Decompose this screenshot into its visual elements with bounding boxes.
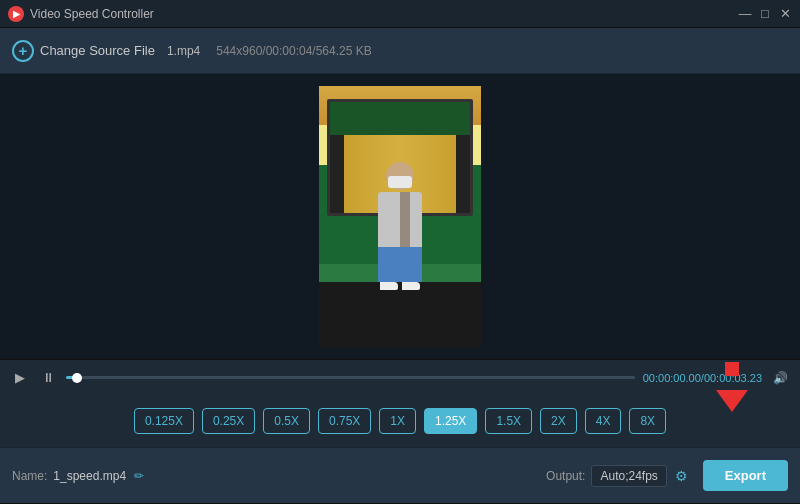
change-source-label: Change Source File	[40, 43, 155, 58]
title-bar-left: ▶ Video Speed Controller	[8, 6, 154, 22]
speed-1-button[interactable]: 1X	[379, 408, 416, 434]
play-button[interactable]: ▶	[10, 368, 30, 388]
file-meta: 544x960/00:00:04/564.25 KB	[216, 44, 371, 58]
speed-15-button[interactable]: 1.5X	[485, 408, 532, 434]
speed-8-button[interactable]: 8X	[629, 408, 666, 434]
speed-05-button[interactable]: 0.5X	[263, 408, 310, 434]
person-figure	[370, 162, 430, 282]
speed-2-button[interactable]: 2X	[540, 408, 577, 434]
volume-icon[interactable]: 🔊	[770, 368, 790, 388]
arrow-down	[716, 390, 748, 412]
bottom-bar: Name: 1_speed.mp4 ✏ Output: Auto;24fps ⚙…	[0, 447, 800, 503]
output-dropdown[interactable]: Auto;24fps	[591, 465, 666, 487]
speed-0125-button[interactable]: 0.125X	[134, 408, 194, 434]
output-label: Output:	[546, 469, 585, 483]
name-value: 1_speed.mp4	[53, 469, 126, 483]
output-section: Output: Auto;24fps ⚙	[546, 465, 691, 487]
file-name: 1.mp4	[167, 44, 200, 58]
export-button[interactable]: Export	[703, 460, 788, 491]
name-section: Name: 1_speed.mp4 ✏	[12, 469, 546, 483]
playback-bar: ▶ ⏸ 00:00:00.00/00:00:03.23 🔊	[0, 359, 800, 395]
output-value-text: Auto;24fps	[600, 469, 657, 483]
title-bar-controls: — □ ✕	[738, 7, 792, 21]
title-bar: ▶ Video Speed Controller — □ ✕	[0, 0, 800, 28]
edit-icon[interactable]: ✏	[132, 469, 146, 483]
progress-track[interactable]	[66, 376, 635, 379]
speed-025-button[interactable]: 0.25X	[202, 408, 255, 434]
arrow-indicator	[716, 398, 748, 412]
speed-4-button[interactable]: 4X	[585, 408, 622, 434]
arrow-stem	[725, 362, 739, 376]
change-source-button[interactable]: + Change Source File	[12, 40, 155, 62]
file-info: 1.mp4 544x960/00:00:04/564.25 KB	[167, 44, 372, 58]
stop-button[interactable]: ⏸	[38, 368, 58, 388]
name-label: Name:	[12, 469, 47, 483]
app-icon: ▶	[8, 6, 24, 22]
maximize-button[interactable]: □	[758, 7, 772, 21]
title-text: Video Speed Controller	[30, 7, 154, 21]
minimize-button[interactable]: —	[738, 7, 752, 21]
settings-icon[interactable]: ⚙	[673, 467, 691, 485]
add-icon: +	[12, 40, 34, 62]
video-frame	[319, 86, 481, 348]
speed-075-button[interactable]: 0.75X	[318, 408, 371, 434]
progress-dot	[72, 373, 82, 383]
close-button[interactable]: ✕	[778, 7, 792, 21]
time-display: 00:00:00.00/00:00:03.23	[643, 372, 762, 384]
toolbar: + Change Source File 1.mp4 544x960/00:00…	[0, 28, 800, 74]
speed-125-button[interactable]: 1.25X	[424, 408, 477, 434]
video-preview	[319, 86, 481, 348]
video-area	[0, 74, 800, 359]
speed-bar: 0.125X 0.25X 0.5X 0.75X 1X 1.25X 1.5X 2X…	[0, 395, 800, 447]
